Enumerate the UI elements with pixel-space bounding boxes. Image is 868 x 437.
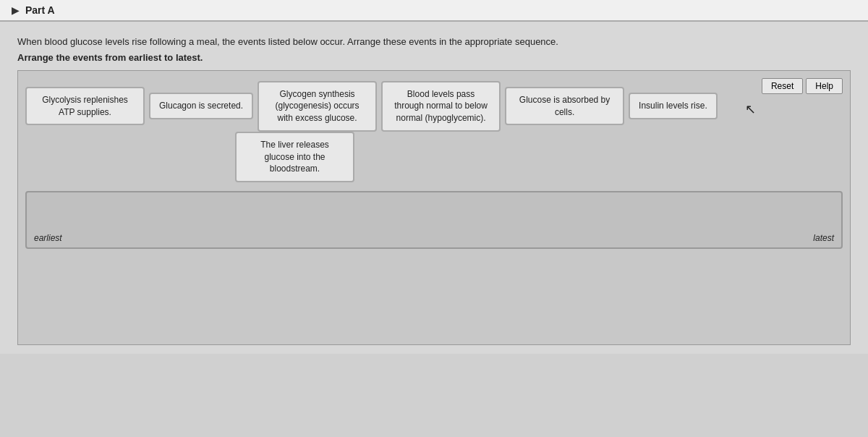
card-glycogen[interactable]: Glycogen synthesis (glycogenesis) occurs… <box>258 81 377 132</box>
drop-zone-label-latest: latest <box>813 233 834 243</box>
card-glucose-absorbed[interactable]: Glucose is absorbed by cells. <box>505 87 624 126</box>
part-label: Part A <box>25 4 55 16</box>
work-area: Reset Help Glycolysis replenishes ATP su… <box>17 70 851 345</box>
action-buttons: Reset Help <box>762 78 843 94</box>
event-cards-row2: The liver releases glucose into the bloo… <box>25 132 843 182</box>
card-glycolysis[interactable]: Glycolysis replenishes ATP supplies. <box>25 87 145 126</box>
instruction-line1: When blood glucose levels rise following… <box>17 35 851 49</box>
cursor-icon: ↖ <box>745 101 756 117</box>
main-content: When blood glucose levels rise following… <box>0 22 868 354</box>
instruction-line2: Arrange the events from earliest to late… <box>17 52 851 63</box>
drop-zone-label-earliest: earliest <box>34 233 62 243</box>
card-blood-levels[interactable]: Blood levels pass through normal to belo… <box>381 81 501 132</box>
collapse-icon[interactable]: ▶ <box>12 4 20 16</box>
card-insulin-levels[interactable]: Insulin levels rise. <box>629 93 718 119</box>
reset-button[interactable]: Reset <box>762 78 803 94</box>
top-bar: ▶ Part A <box>0 0 868 22</box>
card-glucagon[interactable]: Glucagon is secreted. <box>149 93 253 119</box>
help-button[interactable]: Help <box>806 78 843 94</box>
event-cards-row1: Glycolysis replenishes ATP supplies. Glu… <box>25 81 843 132</box>
card-liver-releases[interactable]: The liver releases glucose into the bloo… <box>235 132 354 182</box>
drop-zone[interactable]: earliest latest <box>25 191 843 249</box>
